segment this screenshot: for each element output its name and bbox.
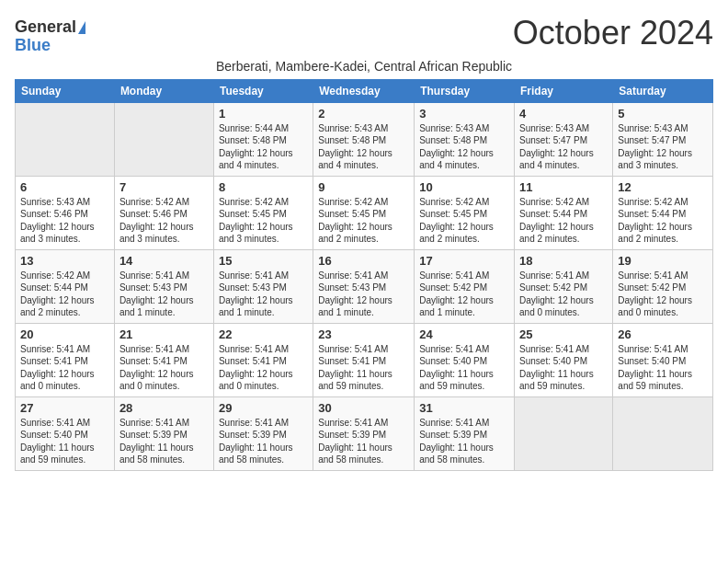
day-number: 12 [618,180,708,194]
day-info: Sunrise: 5:41 AM Sunset: 5:41 PM Dayligh… [20,343,109,393]
day-number: 21 [119,327,209,341]
weekday-header-tuesday: Tuesday [213,79,313,102]
calendar-week-2: 6Sunrise: 5:43 AM Sunset: 5:46 PM Daylig… [16,176,713,249]
calendar-week-4: 20Sunrise: 5:41 AM Sunset: 5:41 PM Dayli… [16,323,713,396]
weekday-header-row: SundayMondayTuesdayWednesdayThursdayFrid… [16,79,713,102]
calendar-cell: 7Sunrise: 5:42 AM Sunset: 5:46 PM Daylig… [114,176,213,249]
calendar-cell: 30Sunrise: 5:41 AM Sunset: 5:39 PM Dayli… [313,396,415,470]
calendar-cell [613,396,713,470]
day-number: 25 [519,327,608,341]
day-info: Sunrise: 5:43 AM Sunset: 5:46 PM Dayligh… [20,196,109,246]
day-info: Sunrise: 5:41 AM Sunset: 5:40 PM Dayligh… [20,417,109,466]
calendar-cell: 19Sunrise: 5:41 AM Sunset: 5:42 PM Dayli… [613,249,713,323]
day-info: Sunrise: 5:41 AM Sunset: 5:42 PM Dayligh… [618,270,708,319]
calendar-table: SundayMondayTuesdayWednesdayThursdayFrid… [15,79,713,471]
calendar-cell: 4Sunrise: 5:43 AM Sunset: 5:47 PM Daylig… [515,102,613,176]
day-number: 14 [119,254,209,268]
day-number: 28 [119,401,209,415]
day-number: 3 [419,107,509,121]
calendar-cell: 6Sunrise: 5:43 AM Sunset: 5:46 PM Daylig… [16,176,115,249]
calendar-cell: 18Sunrise: 5:41 AM Sunset: 5:42 PM Dayli… [515,249,613,323]
day-info: Sunrise: 5:42 AM Sunset: 5:44 PM Dayligh… [618,196,708,246]
day-info: Sunrise: 5:41 AM Sunset: 5:43 PM Dayligh… [318,270,409,319]
day-number: 9 [318,180,409,194]
day-info: Sunrise: 5:41 AM Sunset: 5:43 PM Dayligh… [219,270,308,319]
day-number: 1 [219,107,308,121]
calendar-cell [515,396,613,470]
calendar-cell: 17Sunrise: 5:41 AM Sunset: 5:42 PM Dayli… [415,249,515,323]
day-number: 22 [219,327,308,341]
subtitle: Berberati, Mambere-Kadei, Central Africa… [15,59,713,74]
day-number: 17 [419,254,509,268]
weekday-header-sunday: Sunday [16,79,115,102]
day-info: Sunrise: 5:42 AM Sunset: 5:46 PM Dayligh… [119,196,209,246]
logo: General Blue [15,18,85,55]
header: General Blue October 2024 [15,15,713,55]
day-number: 31 [419,401,509,415]
day-info: Sunrise: 5:43 AM Sunset: 5:48 PM Dayligh… [318,122,409,172]
day-info: Sunrise: 5:42 AM Sunset: 5:44 PM Dayligh… [519,196,608,246]
weekday-header-saturday: Saturday [613,79,713,102]
day-info: Sunrise: 5:41 AM Sunset: 5:43 PM Dayligh… [119,270,209,319]
calendar-cell: 14Sunrise: 5:41 AM Sunset: 5:43 PM Dayli… [114,249,213,323]
day-number: 11 [519,180,608,194]
weekday-header-wednesday: Wednesday [313,79,415,102]
day-number: 27 [20,401,109,415]
day-number: 19 [618,254,708,268]
day-info: Sunrise: 5:41 AM Sunset: 5:41 PM Dayligh… [318,343,409,393]
day-number: 7 [119,180,209,194]
day-number: 15 [219,254,308,268]
calendar-cell: 8Sunrise: 5:42 AM Sunset: 5:45 PM Daylig… [213,176,313,249]
calendar-body: 1Sunrise: 5:44 AM Sunset: 5:48 PM Daylig… [16,102,713,470]
calendar-cell [114,102,213,176]
calendar-cell: 13Sunrise: 5:42 AM Sunset: 5:44 PM Dayli… [16,249,115,323]
day-info: Sunrise: 5:41 AM Sunset: 5:41 PM Dayligh… [219,343,308,393]
calendar-cell: 21Sunrise: 5:41 AM Sunset: 5:41 PM Dayli… [114,323,213,396]
calendar-week-3: 13Sunrise: 5:42 AM Sunset: 5:44 PM Dayli… [16,249,713,323]
calendar-cell: 1Sunrise: 5:44 AM Sunset: 5:48 PM Daylig… [213,102,313,176]
calendar-cell [16,102,115,176]
weekday-header-thursday: Thursday [415,79,515,102]
day-number: 10 [419,180,509,194]
day-info: Sunrise: 5:43 AM Sunset: 5:47 PM Dayligh… [618,122,708,172]
day-number: 24 [419,327,509,341]
calendar-cell: 27Sunrise: 5:41 AM Sunset: 5:40 PM Dayli… [16,396,115,470]
day-number: 23 [318,327,409,341]
calendar-cell: 23Sunrise: 5:41 AM Sunset: 5:41 PM Dayli… [313,323,415,396]
calendar-cell: 25Sunrise: 5:41 AM Sunset: 5:40 PM Dayli… [515,323,613,396]
title-block: October 2024 [513,15,713,52]
day-info: Sunrise: 5:41 AM Sunset: 5:42 PM Dayligh… [519,270,608,319]
day-info: Sunrise: 5:41 AM Sunset: 5:41 PM Dayligh… [119,343,209,393]
calendar-cell: 11Sunrise: 5:42 AM Sunset: 5:44 PM Dayli… [515,176,613,249]
logo-blue-text: Blue [15,37,51,55]
month-title: October 2024 [513,15,713,52]
day-number: 29 [219,401,308,415]
day-number: 8 [219,180,308,194]
calendar-week-5: 27Sunrise: 5:41 AM Sunset: 5:40 PM Dayli… [16,396,713,470]
day-number: 20 [20,327,109,341]
day-info: Sunrise: 5:41 AM Sunset: 5:39 PM Dayligh… [419,417,509,466]
calendar-cell: 28Sunrise: 5:41 AM Sunset: 5:39 PM Dayli… [114,396,213,470]
calendar-cell: 10Sunrise: 5:42 AM Sunset: 5:45 PM Dayli… [415,176,515,249]
day-info: Sunrise: 5:43 AM Sunset: 5:47 PM Dayligh… [519,122,608,172]
calendar-cell: 16Sunrise: 5:41 AM Sunset: 5:43 PM Dayli… [313,249,415,323]
calendar-cell: 3Sunrise: 5:43 AM Sunset: 5:48 PM Daylig… [415,102,515,176]
day-info: Sunrise: 5:41 AM Sunset: 5:39 PM Dayligh… [318,417,409,466]
logo-icon [78,21,85,34]
calendar-cell: 31Sunrise: 5:41 AM Sunset: 5:39 PM Dayli… [415,396,515,470]
day-info: Sunrise: 5:42 AM Sunset: 5:45 PM Dayligh… [318,196,409,246]
calendar-cell: 26Sunrise: 5:41 AM Sunset: 5:40 PM Dayli… [613,323,713,396]
day-info: Sunrise: 5:42 AM Sunset: 5:45 PM Dayligh… [419,196,509,246]
weekday-header-friday: Friday [515,79,613,102]
calendar-cell: 22Sunrise: 5:41 AM Sunset: 5:41 PM Dayli… [213,323,313,396]
calendar-cell: 29Sunrise: 5:41 AM Sunset: 5:39 PM Dayli… [213,396,313,470]
logo-general-text: General [15,18,76,37]
day-number: 18 [519,254,608,268]
day-info: Sunrise: 5:41 AM Sunset: 5:40 PM Dayligh… [519,343,608,393]
day-number: 16 [318,254,409,268]
calendar-cell: 5Sunrise: 5:43 AM Sunset: 5:47 PM Daylig… [613,102,713,176]
calendar-cell: 9Sunrise: 5:42 AM Sunset: 5:45 PM Daylig… [313,176,415,249]
day-number: 6 [20,180,109,194]
day-number: 30 [318,401,409,415]
day-info: Sunrise: 5:41 AM Sunset: 5:40 PM Dayligh… [618,343,708,393]
